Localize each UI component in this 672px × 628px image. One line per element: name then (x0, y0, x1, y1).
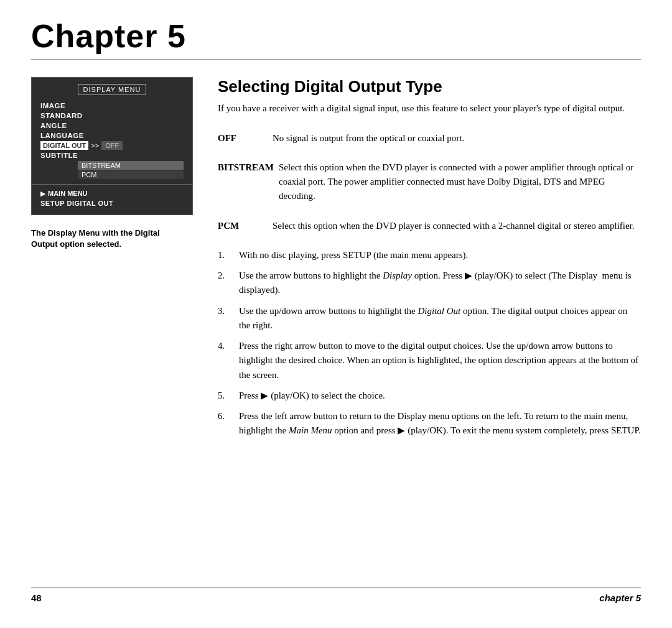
footer-chapter-label: chapter 5 (599, 593, 641, 603)
term-pcm-desc: Select this option when the DVD player i… (273, 219, 641, 233)
caption-line2: Output option selected. (31, 239, 121, 249)
left-column: DISPLAY MENU IMAGE STANDARD ANGLE LANGUA… (31, 77, 199, 587)
menu-item-digital-out: DIGITAL OUT (40, 141, 88, 150)
intro-text: If you have a receiver with a digital si… (218, 101, 641, 116)
content-area: DISPLAY MENU IMAGE STANDARD ANGLE LANGUA… (31, 77, 641, 587)
step-4: 4. Press the right arrow button to move … (218, 339, 641, 382)
section-title: Selecting Digital Output Type (218, 77, 641, 96)
step-5: 5. Press ▶ (play/OK) to select the choic… (218, 389, 641, 403)
main-menu-label: MAIN MENU (48, 190, 88, 197)
step-6-num: 6. (218, 409, 233, 438)
step-3-num: 3. (218, 304, 233, 333)
menu-item-subtitle: SUBTITLE (40, 151, 184, 160)
header-divider (31, 59, 641, 60)
page-footer: 48 chapter 5 (31, 587, 641, 603)
menu-title-bar: DISPLAY MENU (32, 84, 192, 95)
term-bitstream-label: BITSTREAM (218, 160, 274, 204)
menu-submenu-pcm: PCM (78, 170, 184, 179)
step-4-num: 4. (218, 339, 233, 382)
right-column: Selecting Digital Output Type If you hav… (218, 77, 641, 587)
menu-item-image: IMAGE (40, 101, 184, 110)
step-5-text: Press ▶ (play/OK) to select the choice. (239, 389, 641, 403)
term-bitstream: BITSTREAM Select this option when the DV… (218, 160, 641, 204)
step-1: 1. With no disc playing, press SETUP (th… (218, 248, 641, 262)
footer-page-number: 48 (31, 593, 42, 603)
menu-off-option: OFF (101, 141, 123, 150)
section-header: Selecting Digital Output Type If you hav… (218, 77, 641, 122)
term-off-label: OFF (218, 131, 268, 145)
step-1-num: 1. (218, 248, 233, 262)
step-4-text: Press the right arrow button to move to … (239, 339, 641, 382)
step-2-text: Use the arrow buttons to highlight the D… (239, 269, 641, 298)
menu-main-menu: ▶ MAIN MENU (32, 190, 192, 197)
step-3: 3. Use the up/down arrow buttons to high… (218, 304, 641, 333)
step-3-text: Use the up/down arrow buttons to highlig… (239, 304, 641, 333)
menu-divider (32, 184, 192, 185)
menu-item-standard: STANDARD (40, 111, 184, 120)
caption-line1: The Display Menu with the Digital (31, 228, 160, 238)
menu-items-list: IMAGE STANDARD ANGLE LANGUAGE DIGITAL OU… (32, 101, 192, 179)
chapter-header: Chapter 5 (31, 19, 641, 60)
steps-list: 1. With no disc playing, press SETUP (th… (218, 248, 641, 438)
menu-item-angle: ANGLE (40, 121, 184, 130)
page-container: Chapter 5 DISPLAY MENU IMAGE STANDARD AN… (0, 0, 672, 628)
menu-item-digital-out-row: DIGITAL OUT >> OFF (40, 141, 184, 150)
chapter-title: Chapter 5 (31, 19, 641, 54)
menu-arrow: >> (91, 142, 99, 149)
step-2: 2. Use the arrow buttons to highlight th… (218, 269, 641, 298)
step-6-text: Press the left arrow button to return to… (239, 409, 641, 438)
step-5-num: 5. (218, 389, 233, 403)
menu-submenu: BITSTREAM PCM (78, 161, 184, 179)
term-pcm-label: PCM (218, 219, 268, 233)
dvd-menu-box: DISPLAY MENU IMAGE STANDARD ANGLE LANGUA… (31, 77, 193, 215)
menu-title: DISPLAY MENU (78, 84, 147, 95)
triangle-icon: ▶ (40, 190, 45, 197)
menu-setup: SETUP DIGITAL OUT (32, 197, 192, 208)
term-off: OFF No signal is output from the optical… (218, 131, 641, 145)
step-2-num: 2. (218, 269, 233, 298)
caption: The Display Menu with the Digital Output… (31, 228, 199, 250)
menu-item-language: LANGUAGE (40, 131, 184, 140)
step-1-text: With no disc playing, press SETUP (the m… (239, 248, 641, 262)
menu-item-subtitle-group: SUBTITLE BITSTREAM PCM (40, 151, 184, 179)
term-pcm: PCM Select this option when the DVD play… (218, 219, 641, 233)
term-bitstream-desc: Select this option when the DVD player i… (279, 160, 641, 204)
step-6: 6. Press the left arrow button to return… (218, 409, 641, 438)
menu-submenu-bitstream: BITSTREAM (78, 161, 184, 170)
term-off-desc: No signal is output from the optical or … (273, 131, 641, 145)
